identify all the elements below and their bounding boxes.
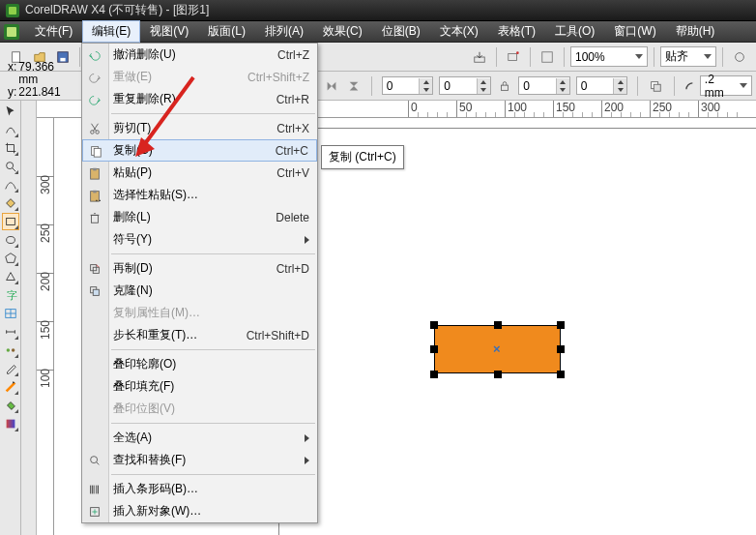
ellipse-tool[interactable] — [2, 231, 19, 249]
selection-handle-mr[interactable] — [557, 345, 565, 353]
separator — [564, 47, 565, 67]
menu-11[interactable]: 帮助(H) — [666, 20, 725, 43]
to-front-button[interactable] — [648, 75, 664, 97]
svg-point-33 — [91, 456, 98, 462]
menu-item[interactable]: 叠印轮廓(O) — [82, 353, 317, 375]
menu-separator — [111, 253, 315, 254]
menu-item[interactable]: 叠印填充(F) — [82, 375, 317, 398]
menu-item: 叠印位图(V) — [82, 398, 317, 420]
import-button[interactable] — [469, 46, 490, 68]
selection-handle-tr[interactable] — [557, 321, 565, 329]
smart-fill-tool[interactable] — [2, 194, 19, 212]
svg-point-11 — [6, 163, 13, 169]
menu-item[interactable]: 粘贴(P)Ctrl+V — [82, 162, 317, 184]
separator — [79, 47, 80, 67]
corner-bl-input[interactable]: 0 — [518, 76, 570, 95]
crop-tool[interactable] — [2, 139, 19, 157]
snap-combo[interactable]: 贴齐 — [660, 46, 716, 67]
selection-handle-tm[interactable] — [494, 321, 502, 329]
barcode-icon — [87, 482, 102, 497]
dimension-tool[interactable] — [2, 323, 19, 341]
menu-separator — [111, 423, 315, 424]
outline-width-combo[interactable]: .2 mm — [700, 75, 752, 96]
shape-tool[interactable] — [2, 121, 19, 138]
menu-6[interactable]: 位图(B) — [372, 20, 430, 43]
menu-4[interactable]: 排列(A) — [255, 20, 313, 43]
clone-icon — [87, 283, 102, 299]
corner-tl-input[interactable]: 0 — [382, 76, 434, 95]
selection-handle-tl[interactable] — [430, 321, 438, 329]
mirror-v-button[interactable] — [345, 75, 362, 97]
table-tool[interactable] — [2, 305, 19, 322]
menu-item-shortcut: Ctrl+C — [276, 144, 308, 158]
menu-item-shortcut: Ctrl+X — [276, 122, 309, 135]
corner-tr-input[interactable]: 0 — [439, 76, 491, 95]
menu-item[interactable]: 全选(A) — [82, 427, 317, 449]
eyedropper-tool[interactable] — [2, 360, 19, 377]
pick-tool[interactable] — [2, 103, 19, 120]
menu-item[interactable]: 查找和替换(F) — [82, 449, 317, 471]
rectangle-tool[interactable] — [2, 213, 19, 230]
app-launcher-button[interactable] — [537, 46, 558, 68]
export-button[interactable] — [503, 46, 524, 68]
vertical-ruler[interactable]: 300250200150100 — [37, 118, 54, 535]
menu-1[interactable]: 编辑(E) — [82, 20, 140, 43]
menu-0[interactable]: 文件(F) — [25, 20, 82, 43]
menu-item[interactable]: 插入条形码(B)… — [82, 478, 317, 500]
mirror-h-button[interactable] — [323, 75, 339, 97]
menu-item[interactable]: 符号(Y) — [82, 228, 317, 251]
outline-width-icon — [684, 79, 694, 93]
menu-3[interactable]: 版面(L) — [198, 20, 255, 43]
selection-handle-ml[interactable] — [430, 345, 438, 353]
selection-handle-bm[interactable] — [494, 371, 502, 378]
menu-10[interactable]: 窗口(W) — [604, 20, 665, 43]
title-bar: CorelDRAW X4 (不可转售) - [图形1] — [0, 0, 756, 21]
menu-item[interactable]: 步长和重复(T)…Ctrl+Shift+D — [82, 324, 317, 346]
submenu-arrow-icon — [305, 434, 309, 442]
selection-handle-br[interactable] — [557, 371, 565, 378]
svg-rect-24 — [93, 167, 97, 170]
pastesp-icon: … — [87, 188, 102, 203]
menu-item-label: 插入条形码(B)… — [113, 481, 198, 497]
polygon-tool[interactable] — [2, 250, 19, 267]
menu-2[interactable]: 视图(V) — [140, 20, 198, 43]
menu-item-shortcut: Ctrl+Z — [277, 48, 309, 62]
interactive-fill-tool[interactable] — [2, 415, 19, 432]
edit-menu-dropdown: 撤消删除(U)Ctrl+Z重做(E)Ctrl+Shift+Z重复删除(R)Ctr… — [81, 43, 318, 523]
zoom-value: 100% — [575, 50, 605, 64]
menu-item[interactable]: 撤消删除(U)Ctrl+Z — [82, 44, 317, 66]
outline-tool[interactable] — [2, 378, 19, 396]
basic-shapes-tool[interactable] — [2, 268, 19, 285]
docker-strip[interactable] — [21, 101, 37, 535]
freehand-tool[interactable] — [2, 176, 19, 193]
text-tool[interactable]: 字 — [2, 286, 19, 304]
menu-item[interactable]: 插入新对象(W)… — [82, 500, 317, 522]
corner-br-input[interactable]: 0 — [576, 76, 628, 95]
menu-item[interactable]: 删除(L)Delete — [82, 206, 317, 228]
menu-item[interactable]: 重复删除(R)Ctrl+R — [82, 88, 317, 110]
selection-handle-bl[interactable] — [430, 371, 438, 378]
zoom-combo[interactable]: 100% — [570, 46, 648, 67]
menu-9[interactable]: 工具(O) — [545, 20, 604, 43]
svg-rect-32 — [93, 289, 99, 295]
fill-tool[interactable] — [2, 397, 19, 414]
corner-lock-button[interactable] — [497, 75, 513, 97]
menu-item[interactable]: 克隆(N) — [82, 280, 317, 302]
menu-bar[interactable]: 文件(F)编辑(E)视图(V)版面(L)排列(A)效果(C)位图(B)文本(X)… — [0, 21, 756, 43]
menu-item[interactable]: 剪切(T)Ctrl+X — [82, 117, 317, 139]
menu-separator — [111, 474, 315, 475]
zoom-tool[interactable] — [2, 158, 19, 175]
menu-8[interactable]: 表格(T) — [488, 20, 545, 43]
svg-rect-10 — [654, 84, 661, 91]
options-button[interactable] — [729, 46, 750, 68]
menu-item[interactable]: 复制(C)Ctrl+C — [82, 139, 317, 162]
menu-item[interactable]: 再制(D)Ctrl+D — [82, 257, 317, 280]
menu-separator — [111, 113, 315, 114]
menu-7[interactable]: 文本(X) — [430, 20, 488, 43]
menu-5[interactable]: 效果(C) — [313, 20, 372, 43]
interactive-tool[interactable] — [2, 342, 19, 359]
menu-item[interactable]: …选择性粘贴(S)… — [82, 184, 317, 206]
svg-rect-6 — [542, 51, 553, 62]
svg-point-13 — [6, 237, 15, 244]
svg-point-16 — [6, 348, 10, 352]
